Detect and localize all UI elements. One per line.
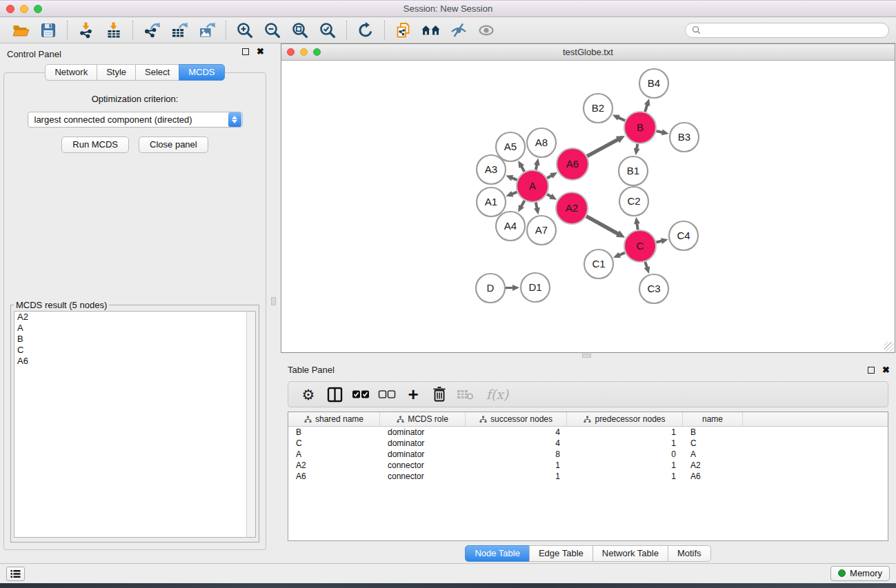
node-B[interactable]: B bbox=[624, 112, 656, 143]
table-settings-button[interactable]: ⚙ bbox=[295, 383, 321, 405]
node-A7[interactable]: A7 bbox=[527, 216, 556, 245]
optimization-criterion-select[interactable]: largest connected component (directed) bbox=[28, 112, 243, 128]
run-mcds-button[interactable]: Run MCDS bbox=[61, 136, 129, 153]
zoom-in-button[interactable] bbox=[231, 19, 259, 41]
edge-A-A2[interactable] bbox=[547, 194, 557, 200]
node-A6[interactable]: A6 bbox=[557, 148, 588, 180]
export-table-button[interactable] bbox=[166, 19, 193, 41]
edge-A6-B[interactable] bbox=[587, 136, 625, 156]
mcds-result-item[interactable]: A2 bbox=[14, 312, 255, 323]
edge-B-B1[interactable] bbox=[634, 144, 640, 156]
show-all-button[interactable] bbox=[472, 19, 500, 41]
divider-grip-icon[interactable] bbox=[582, 354, 591, 358]
show-panels-button[interactable] bbox=[6, 567, 25, 581]
table-row[interactable]: Adominator80A bbox=[288, 449, 888, 460]
mcds-list-scrollbar[interactable] bbox=[246, 312, 255, 537]
edge-A2-C[interactable] bbox=[586, 216, 625, 238]
edge-A-A3[interactable] bbox=[506, 175, 517, 181]
float-panel-icon[interactable] bbox=[242, 48, 249, 55]
table-row[interactable]: Bdominator41B bbox=[288, 427, 888, 438]
tab-motifs[interactable]: Motifs bbox=[668, 545, 711, 562]
node-A4[interactable]: A4 bbox=[496, 212, 525, 241]
panel-divider-horizontal[interactable] bbox=[281, 353, 895, 358]
close-panel-icon[interactable]: ✖ bbox=[257, 48, 264, 55]
column-header-predecessor-nodes[interactable]: predecessor nodes bbox=[567, 412, 683, 426]
edge-B-B3[interactable] bbox=[656, 130, 668, 136]
divider-grip-icon[interactable] bbox=[271, 297, 276, 305]
edge-B-B4[interactable] bbox=[644, 99, 650, 112]
network-home-button[interactable] bbox=[417, 19, 445, 41]
mcds-result-item[interactable]: C bbox=[14, 345, 255, 356]
refresh-button[interactable] bbox=[352, 19, 379, 41]
network-canvas[interactable]: B4B2BB3A8A5A6A3B1AC2A1A2A4A7C4CC1C3DD1 bbox=[281, 61, 895, 352]
node-A8[interactable]: A8 bbox=[527, 128, 556, 157]
export-image-button[interactable] bbox=[193, 19, 221, 41]
hide-selected-button[interactable] bbox=[445, 19, 472, 41]
table-row[interactable]: A6connector11A6 bbox=[288, 471, 888, 482]
export-network-button[interactable] bbox=[138, 19, 166, 41]
tab-node-table[interactable]: Node Table bbox=[465, 545, 530, 562]
zoom-selected-button[interactable] bbox=[314, 19, 341, 41]
edge-C-C2[interactable] bbox=[634, 217, 640, 230]
column-header-successor-nodes[interactable]: successor nodes bbox=[466, 412, 567, 426]
tab-edge-table[interactable]: Edge Table bbox=[529, 545, 593, 562]
node-A1[interactable]: A1 bbox=[477, 187, 506, 216]
memory-button[interactable]: Memory bbox=[830, 566, 890, 581]
node-C4[interactable]: C4 bbox=[669, 221, 698, 250]
edge-A-A6[interactable] bbox=[547, 172, 557, 179]
node-A3[interactable]: A3 bbox=[477, 155, 506, 184]
edge-B-B2[interactable] bbox=[613, 115, 625, 121]
search-input[interactable] bbox=[704, 25, 882, 35]
import-network-button[interactable] bbox=[72, 19, 100, 41]
close-panel-button[interactable]: Close panel bbox=[139, 136, 208, 153]
new-network-from-selection-button[interactable] bbox=[390, 19, 417, 41]
delete-table-button[interactable] bbox=[452, 383, 479, 405]
tab-network[interactable]: Network bbox=[45, 64, 97, 81]
mcds-result-item[interactable]: A6 bbox=[14, 356, 255, 367]
column-header-MCDS-role[interactable]: MCDS role bbox=[380, 412, 466, 426]
node-A5[interactable]: A5 bbox=[496, 132, 525, 161]
delete-column-button[interactable] bbox=[426, 383, 452, 405]
table-row[interactable]: Cdominator41C bbox=[288, 438, 888, 449]
node-B4[interactable]: B4 bbox=[639, 69, 668, 98]
node-B2[interactable]: B2 bbox=[584, 94, 613, 123]
edge-A-A4[interactable] bbox=[518, 201, 524, 212]
save-session-button[interactable] bbox=[34, 19, 62, 41]
deselect-all-columns-button[interactable] bbox=[374, 383, 400, 405]
edge-C-C4[interactable] bbox=[656, 238, 668, 244]
edge-A-A1[interactable] bbox=[506, 191, 517, 196]
mcds-result-item[interactable]: A bbox=[14, 323, 255, 334]
node-A[interactable]: A bbox=[517, 170, 548, 202]
import-table-button[interactable] bbox=[100, 19, 128, 41]
edge-C-C3[interactable] bbox=[644, 262, 650, 274]
node-C[interactable]: C bbox=[624, 230, 656, 262]
tab-select[interactable]: Select bbox=[135, 64, 179, 81]
edge-A-A8[interactable] bbox=[534, 159, 540, 170]
edge-A-A7[interactable] bbox=[534, 203, 540, 215]
open-file-button[interactable] bbox=[7, 19, 34, 41]
node-C1[interactable]: C1 bbox=[584, 250, 613, 278]
node-D1[interactable]: D1 bbox=[521, 273, 550, 302]
node-B1[interactable]: B1 bbox=[619, 156, 648, 185]
edge-D-D1[interactable] bbox=[506, 285, 519, 291]
table-row[interactable]: A2connector11A2 bbox=[288, 460, 888, 471]
add-column-button[interactable]: + bbox=[400, 383, 426, 405]
float-panel-icon[interactable] bbox=[868, 367, 875, 374]
window-resize-grip-icon[interactable] bbox=[884, 342, 894, 352]
network-graph[interactable]: B4B2BB3A8A5A6A3B1AC2A1A2A4A7C4CC1C3DD1 bbox=[281, 61, 895, 352]
close-panel-icon[interactable]: ✖ bbox=[882, 367, 890, 374]
search-box[interactable] bbox=[685, 23, 889, 38]
edge-A-A5[interactable] bbox=[518, 161, 524, 172]
zoom-out-button[interactable] bbox=[259, 19, 286, 41]
function-builder-button[interactable]: f(x) bbox=[479, 383, 516, 405]
column-view-button[interactable] bbox=[321, 383, 348, 405]
node-D[interactable]: D bbox=[476, 274, 505, 303]
edge-C-C1[interactable] bbox=[613, 252, 625, 258]
node-A2[interactable]: A2 bbox=[556, 192, 588, 224]
node-C3[interactable]: C3 bbox=[639, 274, 668, 303]
node-C2[interactable]: C2 bbox=[619, 187, 648, 216]
column-header-name[interactable]: name bbox=[683, 412, 743, 426]
tab-mcds[interactable]: MCDS bbox=[179, 64, 224, 81]
tab-style[interactable]: Style bbox=[97, 64, 136, 81]
column-header-shared-name[interactable]: shared name bbox=[288, 412, 380, 426]
